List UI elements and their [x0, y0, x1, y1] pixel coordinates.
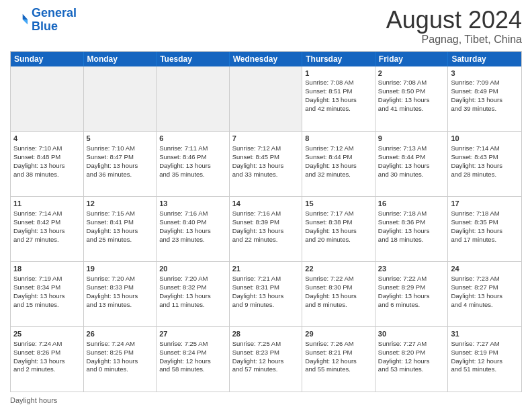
day-info: Sunrise: 7:12 AM Sunset: 8:45 PM Dayligh…	[232, 144, 284, 177]
calendar-cell-9: 9Sunrise: 7:13 AM Sunset: 8:44 PM Daylig…	[375, 132, 449, 196]
day-of-week-tuesday: Tuesday	[157, 52, 230, 66]
day-number: 20	[159, 264, 226, 274]
calendar-cell-empty	[230, 66, 303, 132]
calendar-cell-7: 7Sunrise: 7:12 AM Sunset: 8:45 PM Daylig…	[230, 132, 303, 196]
day-number: 31	[451, 329, 519, 339]
logo-general: General	[32, 6, 77, 19]
day-number: 19	[87, 264, 154, 274]
day-info: Sunrise: 7:23 AM Sunset: 8:27 PM Dayligh…	[451, 275, 502, 308]
day-info: Sunrise: 7:15 AM Sunset: 8:41 PM Dayligh…	[87, 210, 138, 242]
calendar-cell-14: 14Sunrise: 7:16 AM Sunset: 8:39 PM Dayli…	[230, 197, 303, 261]
day-number: 12	[87, 199, 154, 209]
calendar-body: 1Sunrise: 7:08 AM Sunset: 8:51 PM Daylig…	[11, 66, 521, 392]
day-info: Sunrise: 7:26 AM Sunset: 8:21 PM Dayligh…	[305, 340, 357, 373]
calendar-cell-empty	[84, 66, 157, 132]
calendar-cell-30: 30Sunrise: 7:27 AM Sunset: 8:20 PM Dayli…	[375, 327, 449, 392]
calendar-cell-20: 20Sunrise: 7:20 AM Sunset: 8:32 PM Dayli…	[157, 262, 230, 326]
day-info: Sunrise: 7:08 AM Sunset: 8:50 PM Dayligh…	[378, 79, 430, 111]
day-of-week-thursday: Thursday	[302, 52, 375, 66]
calendar-cell-15: 15Sunrise: 7:17 AM Sunset: 8:38 PM Dayli…	[302, 197, 375, 261]
calendar-row-3: 11Sunrise: 7:14 AM Sunset: 8:42 PM Dayli…	[11, 196, 521, 261]
footer-text: Daylight hours	[10, 396, 57, 404]
day-info: Sunrise: 7:22 AM Sunset: 8:30 PM Dayligh…	[305, 275, 357, 308]
day-number: 5	[87, 134, 154, 144]
day-number: 4	[13, 134, 81, 144]
day-info: Sunrise: 7:16 AM Sunset: 8:39 PM Dayligh…	[232, 210, 284, 242]
calendar-row-4: 18Sunrise: 7:19 AM Sunset: 8:34 PM Dayli…	[11, 261, 521, 326]
day-of-week-friday: Friday	[375, 52, 449, 66]
month-year: August 2024	[386, 7, 522, 34]
footer: Daylight hours	[10, 396, 522, 404]
day-of-week-wednesday: Wednesday	[230, 52, 303, 66]
day-number: 17	[451, 199, 519, 209]
day-info: Sunrise: 7:25 AM Sunset: 8:24 PM Dayligh…	[159, 340, 211, 373]
svg-marker-1	[23, 19, 28, 24]
calendar-cell-10: 10Sunrise: 7:14 AM Sunset: 8:43 PM Dayli…	[448, 132, 521, 196]
calendar-cell-24: 24Sunrise: 7:23 AM Sunset: 8:27 PM Dayli…	[448, 262, 521, 326]
day-info: Sunrise: 7:19 AM Sunset: 8:34 PM Dayligh…	[13, 275, 65, 308]
title-block: August 2024 Pagnag, Tibet, China	[386, 7, 522, 46]
calendar-cell-19: 19Sunrise: 7:20 AM Sunset: 8:33 PM Dayli…	[84, 262, 157, 326]
day-info: Sunrise: 7:14 AM Sunset: 8:42 PM Dayligh…	[13, 210, 65, 242]
calendar-cell-13: 13Sunrise: 7:16 AM Sunset: 8:40 PM Dayli…	[157, 197, 230, 261]
day-number: 11	[13, 199, 81, 209]
day-number: 26	[87, 329, 154, 339]
calendar-row-1: 1Sunrise: 7:08 AM Sunset: 8:51 PM Daylig…	[11, 66, 521, 132]
day-of-week-sunday: Sunday	[11, 52, 84, 66]
calendar-cell-28: 28Sunrise: 7:25 AM Sunset: 8:23 PM Dayli…	[230, 327, 303, 392]
day-info: Sunrise: 7:17 AM Sunset: 8:38 PM Dayligh…	[305, 210, 357, 242]
day-number: 22	[305, 264, 372, 274]
calendar-row-5: 25Sunrise: 7:24 AM Sunset: 8:26 PM Dayli…	[11, 326, 521, 392]
day-info: Sunrise: 7:13 AM Sunset: 8:44 PM Dayligh…	[378, 144, 430, 177]
day-info: Sunrise: 7:22 AM Sunset: 8:29 PM Dayligh…	[378, 275, 430, 308]
day-info: Sunrise: 7:12 AM Sunset: 8:44 PM Dayligh…	[305, 144, 357, 177]
day-number: 9	[378, 134, 445, 144]
calendar-cell-8: 8Sunrise: 7:12 AM Sunset: 8:44 PM Daylig…	[302, 132, 375, 196]
calendar-cell-1: 1Sunrise: 7:08 AM Sunset: 8:51 PM Daylig…	[302, 66, 375, 132]
day-info: Sunrise: 7:14 AM Sunset: 8:43 PM Dayligh…	[451, 144, 502, 177]
day-number: 30	[378, 329, 445, 339]
calendar-header: SundayMondayTuesdayWednesdayThursdayFrid…	[11, 52, 521, 66]
location: Pagnag, Tibet, China	[386, 34, 522, 46]
day-number: 3	[451, 68, 519, 79]
calendar-cell-18: 18Sunrise: 7:19 AM Sunset: 8:34 PM Dayli…	[11, 262, 84, 326]
day-number: 15	[305, 199, 372, 209]
day-info: Sunrise: 7:10 AM Sunset: 8:47 PM Dayligh…	[87, 144, 138, 177]
day-number: 18	[13, 264, 81, 274]
calendar-cell-22: 22Sunrise: 7:22 AM Sunset: 8:30 PM Dayli…	[302, 262, 375, 326]
day-info: Sunrise: 7:24 AM Sunset: 8:25 PM Dayligh…	[87, 340, 138, 373]
day-number: 28	[232, 329, 300, 339]
day-number: 8	[305, 134, 372, 144]
calendar-cell-16: 16Sunrise: 7:18 AM Sunset: 8:36 PM Dayli…	[375, 197, 449, 261]
day-info: Sunrise: 7:09 AM Sunset: 8:49 PM Dayligh…	[451, 79, 502, 111]
calendar-cell-27: 27Sunrise: 7:25 AM Sunset: 8:24 PM Dayli…	[157, 327, 230, 392]
day-number: 25	[13, 329, 81, 339]
calendar-cell-2: 2Sunrise: 7:08 AM Sunset: 8:50 PM Daylig…	[375, 66, 449, 132]
day-number: 16	[378, 199, 445, 209]
calendar-cell-empty	[11, 66, 84, 132]
day-number: 6	[159, 134, 226, 144]
calendar: SundayMondayTuesdayWednesdayThursdayFrid…	[10, 51, 522, 392]
day-info: Sunrise: 7:20 AM Sunset: 8:32 PM Dayligh…	[159, 275, 211, 308]
calendar-cell-26: 26Sunrise: 7:24 AM Sunset: 8:25 PM Dayli…	[84, 327, 157, 392]
day-info: Sunrise: 7:11 AM Sunset: 8:46 PM Dayligh…	[159, 144, 211, 177]
day-number: 29	[305, 329, 372, 339]
day-number: 24	[451, 264, 519, 274]
day-info: Sunrise: 7:10 AM Sunset: 8:48 PM Dayligh…	[13, 144, 65, 177]
calendar-cell-21: 21Sunrise: 7:21 AM Sunset: 8:31 PM Dayli…	[230, 262, 303, 326]
calendar-cell-29: 29Sunrise: 7:26 AM Sunset: 8:21 PM Dayli…	[302, 327, 375, 392]
day-info: Sunrise: 7:16 AM Sunset: 8:40 PM Dayligh…	[159, 210, 211, 242]
calendar-cell-17: 17Sunrise: 7:18 AM Sunset: 8:35 PM Dayli…	[448, 197, 521, 261]
calendar-cell-empty	[157, 66, 230, 132]
day-info: Sunrise: 7:08 AM Sunset: 8:51 PM Dayligh…	[305, 79, 357, 111]
day-number: 27	[159, 329, 226, 339]
day-number: 10	[451, 134, 519, 144]
day-number: 21	[232, 264, 300, 274]
page: General Blue August 2024 Pagnag, Tibet, …	[0, 0, 532, 411]
header: General Blue August 2024 Pagnag, Tibet, …	[10, 7, 522, 46]
calendar-cell-6: 6Sunrise: 7:11 AM Sunset: 8:46 PM Daylig…	[157, 132, 230, 196]
day-number: 13	[159, 199, 226, 209]
day-number: 2	[378, 68, 445, 79]
logo-text: General Blue	[32, 7, 77, 34]
day-info: Sunrise: 7:20 AM Sunset: 8:33 PM Dayligh…	[87, 275, 138, 308]
